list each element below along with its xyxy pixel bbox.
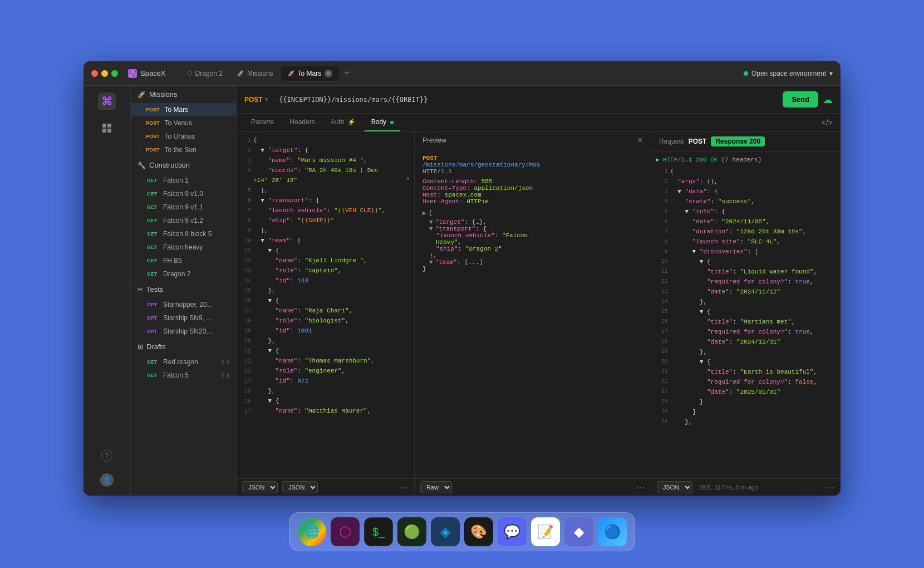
dock-icon-slack[interactable]: ⬡ bbox=[331, 517, 360, 546]
sidebar-item-falcon9v12[interactable]: GET Falcon 9 v1.2 bbox=[131, 214, 236, 227]
tab-close-icon[interactable]: ✕ bbox=[325, 70, 332, 77]
response-format-selector[interactable]: JSON bbox=[657, 481, 692, 493]
sidebar-item-to-venus[interactable]: POST To Venus bbox=[131, 116, 236, 130]
sidebar-item-falcon9v10[interactable]: GET Falcon 9 v1.0 bbox=[131, 187, 236, 200]
code-line: 10 ▼ "team": [ bbox=[237, 237, 414, 247]
dock-icon-finder[interactable]: 🔵 bbox=[598, 517, 627, 546]
preview-path: /missions/mars/geostationary/MSS bbox=[422, 161, 540, 168]
close-button[interactable] bbox=[91, 70, 98, 77]
tab-missions[interactable]: 🚀 Missions bbox=[230, 66, 280, 81]
expand-arrow-icon[interactable]: ▼ bbox=[429, 226, 433, 232]
construction-header[interactable]: 🔧 Construction bbox=[131, 156, 236, 174]
sidebar-item-to-mars[interactable]: POST To Mars bbox=[131, 103, 236, 116]
preview-format-selector[interactable]: Raw bbox=[420, 481, 452, 493]
sidebar-icon-grid[interactable] bbox=[98, 119, 116, 137]
tab-headers[interactable]: Headers bbox=[283, 114, 321, 131]
url-bar: POST ▾ · Send ☁ bbox=[237, 86, 841, 114]
dock-icon-terminal[interactable]: $_ bbox=[364, 517, 393, 546]
http-expand-icon[interactable]: ▶ bbox=[656, 156, 660, 163]
format-selector[interactable]: Text JSON XML bbox=[242, 481, 278, 493]
sidebar-item-falcon9block5[interactable]: GET Falcon 9 block 5 bbox=[131, 227, 236, 241]
expand-arrow-icon[interactable]: ▼ bbox=[429, 259, 433, 266]
preview-protocol: HTTP/1.1 bbox=[422, 168, 452, 175]
help-icon[interactable]: ? bbox=[98, 447, 116, 464]
sidebar-item-falcon9v11[interactable]: GET Falcon 9 v1.1 bbox=[131, 200, 236, 214]
code-line: 26 ▼ { bbox=[237, 397, 414, 407]
missions-header[interactable]: 🚀 Missions bbox=[131, 86, 236, 103]
drafts-header[interactable]: ⊞ Drafts bbox=[131, 338, 236, 355]
main-layout: ⌘ ? 👤 🚀 bbox=[83, 86, 841, 496]
tab-body[interactable]: Body bbox=[365, 114, 401, 131]
dock-icon-discord[interactable]: 💬 bbox=[498, 517, 527, 546]
preview-more-options[interactable]: ⋯ bbox=[636, 482, 645, 493]
sidebar-item-to-uranus[interactable]: POST To Uranus bbox=[131, 130, 236, 143]
tab-to-mars[interactable]: 🚀 To Mars ✕ bbox=[281, 66, 340, 81]
code-view-icon[interactable]: </> bbox=[822, 118, 833, 127]
sidebar-item-dragon2[interactable]: GET Dragon 2 bbox=[131, 267, 236, 281]
tests-header[interactable]: ✂ Tests bbox=[131, 281, 236, 298]
drafts-label: Drafts bbox=[146, 342, 166, 351]
tab-params[interactable]: Params bbox=[244, 114, 281, 131]
tab-auth[interactable]: Auth ⚡ bbox=[324, 114, 362, 131]
sidebar-item-falcon5[interactable]: GET Falcon 5 6 d bbox=[131, 369, 236, 382]
sidebar-item-falcon1[interactable]: GET Falcon 1 bbox=[131, 174, 236, 187]
title-bar: 🚀 SpaceX ⬡ Dragon 2 🚀 Missions 🚀 To Mars… bbox=[83, 61, 841, 86]
dock-icon-chrome[interactable]: 🌐 bbox=[297, 517, 326, 546]
sidebar-item-fhb5[interactable]: GET FH B5 bbox=[131, 254, 236, 267]
linear-icon: ◆ bbox=[574, 524, 584, 540]
minimize-button[interactable] bbox=[101, 70, 108, 77]
tab-to-mars-label: To Mars bbox=[298, 70, 322, 77]
dock-icon-hoppscotch[interactable]: 🟢 bbox=[397, 517, 426, 546]
url-input[interactable] bbox=[279, 96, 778, 104]
header-val: spacex.com bbox=[445, 192, 481, 198]
preview-panel: Preview ✕ POST /missions/mars/geostation… bbox=[415, 132, 651, 496]
resp-line: 18 "date": "2024/12/31" bbox=[656, 338, 836, 348]
env-selector[interactable]: Open space environment ▾ bbox=[744, 70, 833, 77]
user-avatar-icon[interactable]: 👤 bbox=[98, 471, 116, 489]
http-status-line: ▶ HTTP/1.1 200 OK (7 headers) bbox=[656, 156, 836, 163]
method-badge: GET bbox=[144, 257, 160, 264]
resp-line: 12 "required for colony?": true, bbox=[656, 278, 836, 288]
item-label: Falcon heavy bbox=[163, 243, 203, 251]
more-options-icon[interactable]: ⋯ bbox=[400, 482, 409, 493]
code-line: 25 }, bbox=[237, 387, 414, 397]
send-button[interactable]: Send bbox=[783, 91, 818, 107]
method-selector[interactable]: POST ▾ bbox=[244, 96, 268, 104]
sidebar-item-falcon-heavy[interactable]: GET Falcon heavy bbox=[131, 241, 236, 254]
sidebar-item-red-dragon[interactable]: GET Red dragon 6 d bbox=[131, 355, 236, 369]
drafts-icon: ⊞ bbox=[137, 343, 143, 351]
sidebar-item-starsipsn9[interactable]: OPT Starship SN9, ... bbox=[131, 311, 236, 325]
sidebar-item-to-sun[interactable]: POST To the Sun bbox=[131, 143, 236, 156]
dock-icon-linear[interactable]: ◆ bbox=[564, 517, 593, 546]
request-tabs: Params Headers Auth ⚡ Body </> bbox=[237, 114, 841, 132]
expand-arrow-icon[interactable]: ▶ bbox=[422, 210, 426, 217]
dock-icon-figma[interactable]: 🎨 bbox=[464, 517, 493, 546]
dock-icon-notion[interactable]: 📝 bbox=[531, 517, 560, 546]
sidebar-item-starshipsn20[interactable]: OPT Starship SN20,... bbox=[131, 325, 236, 338]
method-badge: GET bbox=[144, 244, 160, 251]
resp-line: 21 "title": "Earth is beautiful", bbox=[656, 368, 836, 378]
resp-line: 2 "args": {}, bbox=[656, 178, 836, 188]
tab-dragon2[interactable]: ⬡ Dragon 2 bbox=[180, 66, 229, 81]
vscode-icon: ◈ bbox=[440, 524, 450, 540]
draft-time: 6 d bbox=[222, 373, 229, 379]
response-more-options[interactable]: ⋯ bbox=[826, 482, 835, 493]
resp-line: 24 } bbox=[656, 398, 836, 408]
dock-icon-vscode[interactable]: ◈ bbox=[431, 517, 460, 546]
sidebar-item-starhopper[interactable]: OPT Starhopper, 20... bbox=[131, 298, 236, 311]
code-line: 12 "name": "Kjell Lindgre ", bbox=[237, 257, 414, 267]
resp-line: 23 "date": "2025/01/01" bbox=[656, 388, 836, 398]
tab-missions-label: Missions bbox=[247, 70, 273, 77]
construction-icon: 🔧 bbox=[137, 161, 146, 169]
code-editor[interactable]: 1 { 2 ▼ "target": { 3 "name": "Mars miss… bbox=[237, 132, 414, 478]
add-tab-button[interactable]: + bbox=[340, 67, 353, 80]
preview-body: ▶{ ▼"target": {…}, ▼"transport": { "laun… bbox=[422, 209, 643, 272]
type-selector[interactable]: JSON bbox=[282, 481, 318, 493]
expand-arrow-icon[interactable]: ▼ bbox=[429, 219, 433, 226]
cloud-sync-icon[interactable]: ☁ bbox=[823, 94, 833, 106]
sidebar-icon-logo[interactable]: ⌘ bbox=[98, 92, 116, 110]
separator: · bbox=[272, 95, 274, 105]
maximize-button[interactable] bbox=[111, 70, 118, 77]
app-logo-icon: 🚀 bbox=[128, 69, 137, 78]
preview-close-button[interactable]: ✕ bbox=[637, 136, 643, 144]
